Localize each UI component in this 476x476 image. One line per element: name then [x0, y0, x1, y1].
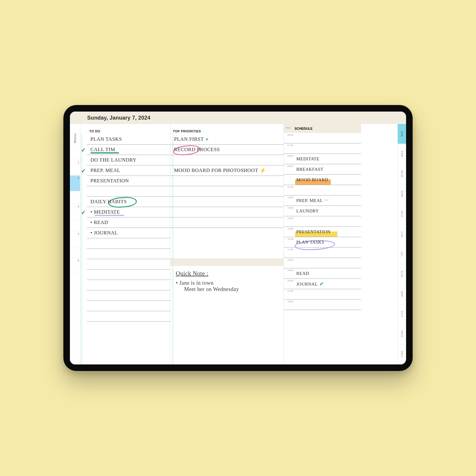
schedule-row[interactable]: 22:00: [284, 300, 361, 310]
schedule-row[interactable]: 09:00BREAKFAST: [284, 164, 361, 175]
priority-line[interactable]: [170, 207, 284, 217]
month-tab-dec[interactable]: DEC: [398, 345, 406, 364]
todo-text: PREP. MEAL: [90, 167, 120, 173]
schedule-text: JOURNAL: [296, 282, 318, 286]
todo-line[interactable]: [87, 249, 170, 259]
tablet-frame: Sunday, January 7, 2024 Weeks 1 2 3 4 5: [63, 105, 413, 371]
month-tab-may[interactable]: MAY: [398, 204, 406, 224]
week-tab-4[interactable]: 4: [70, 231, 80, 247]
schedule-row[interactable]: 08:00MEDITATE: [284, 154, 361, 164]
schedule-cell[interactable]: MOOD BOARD: [295, 177, 361, 182]
schedule-text: MOOD BOARD: [296, 177, 328, 182]
todo-line[interactable]: ✓PREP. MEAL: [87, 165, 170, 176]
schedule-row[interactable]: 21:00: [284, 289, 361, 300]
schedule-row[interactable]: 11:00: [284, 185, 361, 195]
priority-line[interactable]: [170, 197, 284, 207]
month-tab-jun[interactable]: JUN: [398, 224, 406, 244]
week-tab-3[interactable]: 3: [70, 204, 80, 220]
todo-text: • JOURNAL: [90, 230, 118, 236]
date-bar: Sunday, January 7, 2024: [70, 112, 406, 124]
schedule-cell[interactable]: MEDITATE: [295, 156, 361, 162]
priority-line[interactable]: [170, 186, 284, 197]
tick-icon: ✔: [320, 281, 324, 287]
todo-line[interactable]: ✓• MEDITATE: [87, 207, 170, 217]
priorities-block[interactable]: TOP PRIORITIES PLAN FIRST✶RECORD PROCESS…: [170, 124, 284, 259]
schedule-row[interactable]: 15:00PRESENTATION: [284, 227, 361, 237]
todo-line[interactable]: PRESENTATION: [87, 176, 170, 186]
schedule-time: 18:00: [284, 258, 295, 261]
month-tab-oct[interactable]: OCT: [398, 304, 406, 324]
todo-line[interactable]: [87, 290, 170, 301]
priority-line[interactable]: PLAN FIRST✶: [170, 134, 284, 145]
schedule-time: 16:00: [284, 237, 295, 240]
priorities-lines[interactable]: PLAN FIRST✶RECORD PROCESSMOOD BOARD FOR …: [170, 134, 284, 259]
month-tab-nov[interactable]: NOV: [398, 324, 406, 344]
week-tab-2[interactable]: 2: [70, 175, 80, 191]
schedule-time: 11:00: [284, 185, 295, 188]
weeks-rail: Weeks 1 2 3 4 5: [70, 124, 80, 364]
week-tab-1[interactable]: 1: [70, 160, 80, 176]
priority-text: RECORD PROCESS: [174, 147, 220, 153]
todo-line[interactable]: • READ: [87, 217, 170, 228]
month-tab-apr[interactable]: APR: [398, 184, 406, 204]
priority-line[interactable]: [170, 176, 284, 186]
month-tab-mar[interactable]: MAR: [398, 164, 406, 184]
priority-line[interactable]: MOOD BOARD FOR PHOTOSHOOT⚡: [170, 165, 284, 176]
schedule-row[interactable]: 06:00: [284, 133, 361, 143]
schedule-time: 14:00: [284, 216, 295, 220]
check-icon: ✓: [81, 146, 86, 154]
month-tab-jan[interactable]: JAN: [398, 124, 406, 144]
schedule-row[interactable]: 16:00PLAN TASKS: [284, 237, 361, 248]
schedule-cell[interactable]: PREP. MEAL〰: [295, 198, 361, 203]
schedule-rows[interactable]: 06:0007:0008:00MEDITATE09:00BREAKFASTMOO…: [284, 133, 361, 310]
week-tab-5[interactable]: 5: [70, 258, 80, 274]
schedule-time: 12:00: [284, 195, 295, 199]
month-tab-aug[interactable]: AUG: [398, 264, 406, 284]
quick-note-block[interactable]: Quick Note : • Jane is in town Meet her …: [170, 259, 284, 364]
schedule-row[interactable]: 20:00JOURNAL✔: [284, 279, 361, 289]
todo-line[interactable]: [87, 186, 170, 197]
columns: TO DO PLAN TASKS✓CALL TIMDO THE LAUNDRY✓…: [80, 124, 397, 364]
todo-line[interactable]: [87, 238, 170, 249]
priority-line[interactable]: [170, 217, 284, 228]
todo-line[interactable]: DO THE LAUNDRY: [87, 155, 170, 165]
todo-line[interactable]: [87, 270, 170, 280]
schedule-cell[interactable]: PLAN TASKS: [295, 239, 361, 245]
planner-screen[interactable]: Sunday, January 7, 2024 Weeks 1 2 3 4 5: [70, 112, 406, 364]
schedule-column[interactable]: Time SCHEDULE 06:0007:0008:00MEDITATE09:…: [284, 124, 361, 364]
todo-line[interactable]: [87, 259, 170, 270]
month-tab-sep[interactable]: SEP: [398, 284, 406, 304]
stage: Sunday, January 7, 2024 Weeks 1 2 3 4 5: [0, 0, 476, 476]
todo-line[interactable]: PLAN TASKS: [87, 134, 170, 145]
todo-column[interactable]: TO DO PLAN TASKS✓CALL TIMDO THE LAUNDRY✓…: [80, 124, 170, 364]
schedule-row[interactable]: 14:00: [284, 216, 361, 227]
schedule-row[interactable]: 13:00LAUNDRY: [284, 206, 361, 216]
quick-note-body[interactable]: Quick Note : • Jane is in town Meet her …: [170, 266, 284, 364]
todo-line[interactable]: [87, 311, 170, 322]
time-header: Time: [286, 126, 291, 129]
schedule-row[interactable]: 07:00: [284, 143, 361, 154]
schedule-row[interactable]: MOOD BOARD: [284, 175, 361, 185]
schedule-cell[interactable]: READ: [295, 271, 361, 276]
schedule-cell[interactable]: LAUNDRY: [295, 208, 361, 214]
schedule-time: 09:00: [284, 164, 295, 167]
schedule-row[interactable]: 19:00READ: [284, 268, 361, 279]
schedule-row[interactable]: 12:00PREP. MEAL〰: [284, 195, 361, 206]
schedule-cell[interactable]: BREAKFAST: [295, 167, 361, 172]
schedule-time: 19:00: [284, 268, 295, 272]
todo-line[interactable]: [87, 280, 170, 290]
todo-line[interactable]: DAILY HABITS: [87, 197, 170, 207]
schedule-header: SCHEDULE: [284, 124, 361, 133]
todo-line[interactable]: [87, 301, 170, 311]
schedule-cell[interactable]: JOURNAL✔: [295, 281, 361, 287]
schedule-time: 21:00: [284, 289, 295, 292]
month-tab-feb[interactable]: FEB: [398, 144, 406, 164]
todo-line[interactable]: • JOURNAL: [87, 228, 170, 238]
schedule-cell[interactable]: PRESENTATION: [295, 229, 361, 234]
todo-lines[interactable]: PLAN TASKS✓CALL TIMDO THE LAUNDRY✓PREP. …: [87, 134, 170, 322]
priority-line[interactable]: RECORD PROCESS: [170, 145, 284, 155]
priority-line[interactable]: [170, 155, 284, 165]
month-tab-jul[interactable]: JUL: [398, 244, 406, 264]
todo-line[interactable]: ✓CALL TIM: [87, 145, 170, 155]
schedule-row[interactable]: 18:00: [284, 258, 361, 268]
